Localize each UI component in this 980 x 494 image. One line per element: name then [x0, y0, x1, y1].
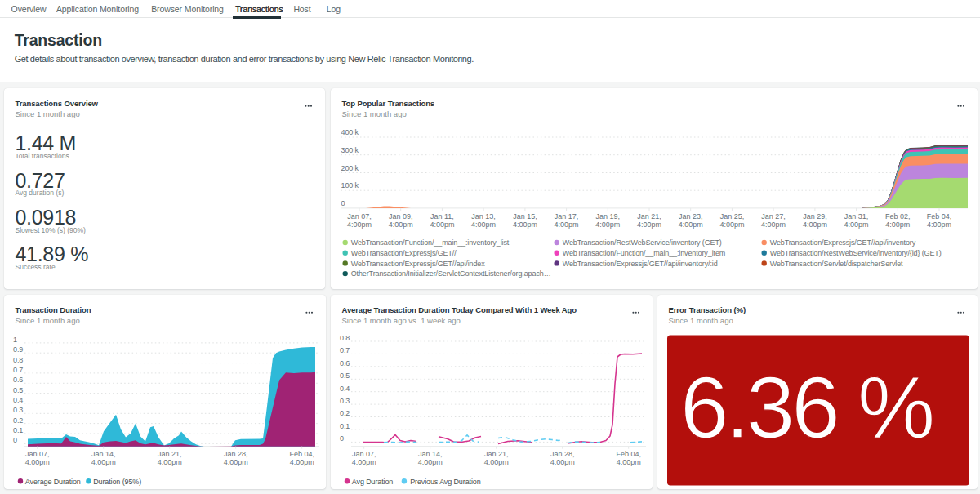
- svg-text:WebTransaction/Expressjs/GET//: WebTransaction/Expressjs/GET//: [351, 249, 457, 257]
- svg-text:4:00pm: 4:00pm: [885, 220, 910, 229]
- svg-text:Jan 15,: Jan 15,: [513, 212, 537, 220]
- svg-text:Jan 07,: Jan 07,: [352, 450, 376, 458]
- svg-text:4:00pm: 4:00pm: [637, 220, 662, 229]
- svg-text:WebTransaction/Expressjs/GET//: WebTransaction/Expressjs/GET//api/invent…: [770, 238, 916, 247]
- svg-text:Feb 04,: Feb 04,: [289, 450, 314, 458]
- svg-text:0.7: 0.7: [13, 366, 23, 374]
- svg-text:400 k: 400 k: [341, 128, 359, 136]
- svg-text:Since 1 month ago: Since 1 month ago: [16, 316, 80, 325]
- svg-text:Jan 27,: Jan 27,: [761, 212, 786, 220]
- svg-text:Jan 14,: Jan 14,: [418, 450, 443, 458]
- svg-text:Avg Duration: Avg Duration: [352, 478, 394, 486]
- svg-text:Feb 04,: Feb 04,: [927, 212, 952, 220]
- svg-text:0.4: 0.4: [13, 396, 23, 404]
- svg-text:200 k: 200 k: [341, 164, 359, 172]
- svg-text:Jan 21,: Jan 21,: [158, 450, 182, 458]
- svg-text:Jan 17,: Jan 17,: [555, 212, 579, 220]
- svg-text:Jan 21,: Jan 21,: [637, 212, 662, 220]
- svg-text:0.6: 0.6: [340, 359, 350, 367]
- svg-text:WebTransaction/Expressjs/GET//: WebTransaction/Expressjs/GET//api/invent…: [563, 260, 718, 268]
- svg-text:WebTransaction/Function/__main: WebTransaction/Function/__main__:invento…: [563, 249, 725, 257]
- svg-text:0.9: 0.9: [13, 345, 23, 354]
- svg-text:Feb 02,: Feb 02,: [885, 212, 911, 220]
- svg-text:4:00pm: 4:00pm: [158, 458, 182, 466]
- svg-text:Since 1 month ago vs. 1 week a: Since 1 month ago vs. 1 week ago: [342, 316, 461, 325]
- svg-text:Jan 28,: Jan 28,: [224, 450, 248, 458]
- svg-text:Jan 19,: Jan 19,: [596, 212, 621, 220]
- svg-text:WebTransaction/Expressjs/GET//: WebTransaction/Expressjs/GET//api/index: [351, 260, 486, 268]
- svg-text:Jan 14,: Jan 14,: [91, 450, 116, 458]
- svg-text:4:00pm: 4:00pm: [389, 220, 413, 229]
- svg-text:0.6: 0.6: [13, 376, 23, 384]
- svg-text:4:00pm: 4:00pm: [224, 458, 248, 466]
- svg-text:Jan 09,: Jan 09,: [389, 212, 413, 220]
- svg-text:4:00pm: 4:00pm: [761, 220, 786, 229]
- svg-text:0.7: 0.7: [340, 346, 350, 354]
- svg-text:Transactions Overview: Transactions Overview: [16, 99, 99, 108]
- svg-text:WebTransaction/Function/__main: WebTransaction/Function/__main__:invento…: [351, 238, 510, 247]
- svg-text:4:00pm: 4:00pm: [595, 220, 620, 229]
- svg-text:4:00pm: 4:00pm: [484, 458, 509, 466]
- svg-text:4:00pm: 4:00pm: [679, 220, 703, 229]
- svg-text:Jan 07,: Jan 07,: [347, 212, 372, 220]
- svg-text:WebTransaction/RestWebService/: WebTransaction/RestWebService/inventory …: [563, 238, 722, 247]
- svg-text:4:00pm: 4:00pm: [927, 220, 951, 229]
- svg-text:0.8: 0.8: [13, 356, 23, 364]
- svg-text:4:00pm: 4:00pm: [347, 220, 372, 229]
- svg-text:4:00pm: 4:00pm: [513, 220, 537, 229]
- svg-text:Jan 07,: Jan 07,: [25, 450, 50, 458]
- svg-text:Duration (95%): Duration (95%): [93, 478, 141, 486]
- svg-text:4:00pm: 4:00pm: [471, 220, 496, 229]
- svg-text:4:00pm: 4:00pm: [803, 220, 827, 229]
- svg-text:Avg duration (s): Avg duration (s): [16, 189, 65, 197]
- svg-text:Jan 23,: Jan 23,: [679, 212, 703, 220]
- svg-text:Jan 28,: Jan 28,: [550, 450, 575, 458]
- svg-text:4:00pm: 4:00pm: [91, 458, 116, 466]
- svg-text:1: 1: [13, 336, 17, 344]
- svg-text:Error Transaction (%): Error Transaction (%): [669, 305, 746, 314]
- svg-text:0: 0: [341, 199, 345, 207]
- svg-text:4:00pm: 4:00pm: [617, 458, 641, 466]
- svg-text:4:00pm: 4:00pm: [555, 220, 579, 229]
- svg-text:Jan 13,: Jan 13,: [471, 212, 496, 220]
- svg-text:Feb 04,: Feb 04,: [616, 450, 641, 458]
- svg-text:OtherTransaction/Initializer/S: OtherTransaction/Initializer/ServletCont…: [351, 269, 551, 278]
- svg-text:Jan 21,: Jan 21,: [484, 450, 509, 458]
- svg-text:0.8: 0.8: [340, 334, 350, 342]
- svg-text:4:00pm: 4:00pm: [550, 458, 575, 466]
- svg-text:4:00pm: 4:00pm: [844, 220, 869, 229]
- svg-text:0.5: 0.5: [13, 386, 23, 394]
- svg-text:0.3: 0.3: [13, 406, 23, 414]
- svg-text:Average Duration: Average Duration: [25, 478, 81, 486]
- svg-text:0.1: 0.1: [340, 422, 350, 430]
- svg-text:4:00pm: 4:00pm: [25, 458, 50, 466]
- svg-text:Since 1 month ago: Since 1 month ago: [16, 109, 80, 118]
- svg-text:0.5: 0.5: [340, 372, 350, 380]
- svg-text:100 k: 100 k: [341, 181, 359, 189]
- svg-text:6.36 %: 6.36 %: [680, 358, 933, 456]
- svg-text:0.4: 0.4: [340, 385, 350, 393]
- svg-text:WebTransaction/RestWebService/: WebTransaction/RestWebService/inventory/…: [770, 249, 942, 257]
- svg-text:Slowest 10% (s) (90%): Slowest 10% (s) (90%): [16, 226, 87, 234]
- svg-text:Jan 25,: Jan 25,: [720, 212, 745, 220]
- svg-text:0: 0: [13, 436, 17, 444]
- svg-text:Success rate: Success rate: [16, 263, 56, 271]
- svg-text:Average Transaction Duration T: Average Transaction Duration Today Compa…: [342, 305, 577, 314]
- svg-text:Transaction Duration: Transaction Duration: [16, 305, 91, 314]
- svg-text:Jan 31,: Jan 31,: [844, 212, 869, 220]
- svg-text:4:00pm: 4:00pm: [352, 458, 376, 466]
- svg-text:Since 1 month ago: Since 1 month ago: [342, 109, 407, 118]
- svg-text:Total transactions: Total transactions: [16, 152, 69, 160]
- svg-text:Since 1 month ago: Since 1 month ago: [669, 316, 733, 325]
- svg-text:0.2: 0.2: [340, 409, 350, 417]
- svg-text:Jan 29,: Jan 29,: [803, 212, 827, 220]
- svg-text:4:00pm: 4:00pm: [290, 458, 314, 466]
- svg-text:0.3: 0.3: [340, 397, 350, 405]
- svg-text:Previous Avg Duration: Previous Avg Duration: [410, 478, 480, 486]
- svg-text:300 k: 300 k: [341, 146, 359, 154]
- svg-text:Top Popular Transactions: Top Popular Transactions: [342, 99, 435, 108]
- svg-text:0.1: 0.1: [13, 426, 23, 434]
- svg-text:0: 0: [340, 434, 344, 443]
- svg-text:4:00pm: 4:00pm: [418, 458, 443, 466]
- svg-text:0.2: 0.2: [13, 416, 23, 425]
